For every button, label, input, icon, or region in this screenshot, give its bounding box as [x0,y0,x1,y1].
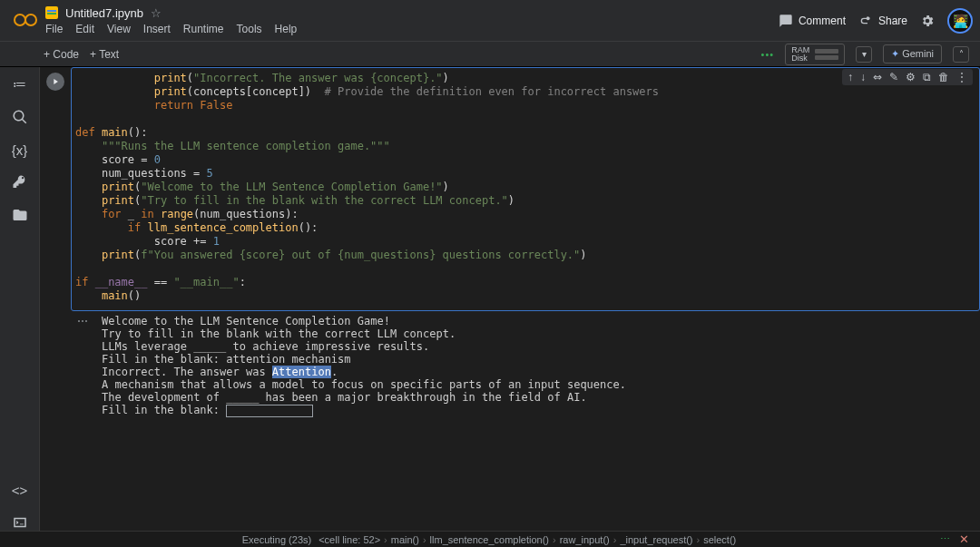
star-icon[interactable]: ☆ [151,6,162,20]
stack-frame[interactable]: select() [703,534,736,545]
header: Untitled7.ipynb ☆ File Edit View Insert … [0,0,980,42]
menu-edit[interactable]: Edit [75,23,94,35]
left-sidebar: ≔ {x} <> [0,67,40,531]
footer-more-icon[interactable]: ⋯ [940,533,950,545]
cell-gear-icon[interactable]: ⚙ [906,71,916,83]
link-icon[interactable]: ⇔ [873,71,882,83]
run-cell-button[interactable] [46,73,64,91]
menu-insert[interactable]: Insert [143,23,171,35]
share-icon [858,14,873,28]
comment-button[interactable]: Comment [779,14,846,28]
resource-monitor[interactable]: RAM Disk [785,44,845,65]
output-dots-icon[interactable]: ⋯ [71,311,94,421]
status-bar: Executing (23s) <cell line: 52>›main()›l… [0,531,980,547]
gemini-button[interactable]: ✦Gemini [883,44,942,63]
interrupt-icon[interactable]: ✕ [959,532,969,546]
variables-icon[interactable]: {x} [12,142,28,158]
edit-icon[interactable]: ✎ [889,71,898,83]
files-icon[interactable] [12,207,28,223]
move-up-icon[interactable]: ↑ [848,71,853,83]
stack-frame[interactable]: <cell line: 52> [318,534,380,545]
toc-icon[interactable]: ≔ [12,76,28,93]
resource-dropdown[interactable]: ▾ [856,46,872,63]
avatar[interactable]: 🧑‍💻 [947,8,973,34]
gear-icon[interactable] [920,14,935,28]
share-button[interactable]: Share [858,14,907,28]
move-down-icon[interactable]: ↓ [860,71,866,83]
code-cell[interactable]: ↑ ↓ ⇔ ✎ ⚙ ⧉ 🗑 ⋮ print("Incorrect. The an… [40,67,980,311]
colab-logo[interactable] [5,0,45,41]
code-editor[interactable]: print("Incorrect. The answer was {concep… [71,67,980,311]
collapse-header-button[interactable]: ˄ [953,46,969,63]
menu-runtime[interactable]: Runtime [183,23,224,35]
stack-frame[interactable]: llm_sentence_completion() [430,534,549,545]
exec-status: Executing (23s) [242,534,311,545]
search-icon[interactable] [12,109,28,125]
menu-bar: File Edit View Insert Runtime Tools Help [45,23,779,35]
drive-icon [45,6,58,19]
menu-file[interactable]: File [45,23,63,35]
menu-help[interactable]: Help [275,23,298,35]
notebook-content: ↑ ↓ ⇔ ✎ ⚙ ⧉ 🗑 ⋮ print("Incorrect. The an… [40,67,980,531]
menu-tools[interactable]: Tools [237,23,262,35]
add-text-button[interactable]: + Text [90,48,119,61]
stack-frame[interactable]: main() [391,534,419,545]
terminal-icon[interactable] [12,514,28,531]
toolbar: + Code + Text ••• RAM Disk ▾ ✦Gemini ˄ [0,42,980,67]
stack-frame[interactable]: _input_request() [620,534,692,545]
stdin-input[interactable] [226,405,313,417]
stack-frame[interactable]: raw_input() [560,534,610,545]
secrets-icon[interactable] [12,174,28,190]
notebook-title[interactable]: Untitled7.ipynb [65,6,143,20]
mirror-icon[interactable]: ⧉ [923,71,931,83]
more-icon[interactable]: ⋮ [956,71,967,83]
add-code-button[interactable]: + Code [44,48,79,61]
code-snippets-icon[interactable]: <> [12,482,28,498]
connection-status-icon: ••• [761,49,775,60]
cell-output: ⋯ Welcome to the LLM Sentence Completion… [40,311,980,421]
cell-toolbar: ↑ ↓ ⇔ ✎ ⚙ ⧉ 🗑 ⋮ [842,69,973,85]
output-text: Welcome to the LLM Sentence Completion G… [94,311,980,421]
comment-icon [779,14,793,28]
delete-icon[interactable]: 🗑 [938,71,949,83]
menu-view[interactable]: View [107,23,131,35]
